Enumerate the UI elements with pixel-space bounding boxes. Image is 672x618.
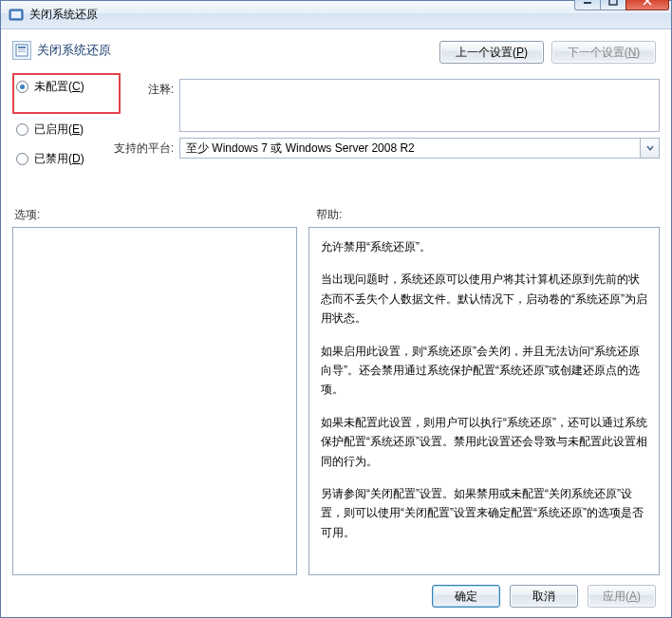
help-text: 如果未配置此设置，则用户可以执行“系统还原”，还可以通过系统保护配置“系统还原”…	[321, 413, 647, 471]
chevron-down-icon	[645, 143, 655, 153]
next-setting-button[interactable]: 下一个设置(N)	[551, 41, 656, 64]
radio-enabled[interactable]: 已启用(E)	[16, 122, 113, 138]
minimize-button[interactable]	[574, 0, 601, 10]
policy-editor-window: 关闭系统还原 关闭系统还原 上一个设置(P) 下一个设置(N)	[0, 0, 672, 618]
svg-rect-5	[18, 47, 26, 48]
window-controls	[574, 0, 669, 10]
comment-label: 注释:	[113, 79, 174, 98]
radio-disabled[interactable]: 已禁用(D)	[16, 151, 113, 167]
highlight-box: 未配置(C)	[12, 73, 121, 114]
help-text: 如果启用此设置，则“系统还原”会关闭，并且无法访问“系统还原向导”。还会禁用通过…	[321, 342, 647, 400]
svg-rect-2	[584, 2, 591, 4]
maximize-button[interactable]	[600, 0, 626, 10]
app-icon	[9, 8, 24, 23]
content-area: 关闭系统还原 上一个设置(P) 下一个设置(N) 未配置(C) 已启用(E)	[1, 29, 671, 617]
radio-dot-icon	[16, 123, 28, 136]
titlebar: 关闭系统还原	[1, 1, 671, 29]
platform-field-wrap: 至少 Windows 7 或 Windows Server 2008 R2	[179, 138, 660, 159]
help-label: 帮助:	[316, 207, 342, 223]
panels: 允许禁用“系统还原”。 当出现问题时，系统还原可以使用户将其计算机还原到先前的状…	[12, 227, 660, 575]
dialog-footer: 确定 取消 应用(A)	[12, 575, 660, 608]
platform-label: 支持的平台:	[113, 138, 174, 157]
comment-row: 注释:	[113, 79, 660, 132]
help-text: 另请参阅“关闭配置”设置。如果禁用或未配置“关闭系统还原”设置，则可以使用“关闭…	[321, 484, 647, 542]
help-text: 当出现问题时，系统还原可以使用户将其计算机还原到先前的状态而不丢失个人数据文件。…	[321, 270, 647, 328]
previous-setting-button[interactable]: 上一个设置(P)	[439, 41, 544, 64]
options-label: 选项:	[12, 207, 297, 223]
header-row: 关闭系统还原 上一个设置(P) 下一个设置(N)	[12, 41, 660, 64]
platform-row: 支持的平台: 至少 Windows 7 或 Windows Server 200…	[113, 138, 660, 159]
svg-rect-7	[18, 51, 26, 52]
header-left: 关闭系统还原	[12, 41, 111, 60]
apply-button[interactable]: 应用(A)	[588, 585, 656, 608]
cancel-button[interactable]: 取消	[510, 585, 578, 608]
policy-icon	[12, 41, 31, 60]
svg-rect-3	[609, 0, 617, 5]
section-labels: 选项: 帮助:	[12, 207, 660, 223]
nav-buttons: 上一个设置(P) 下一个设置(N)	[439, 41, 660, 64]
platform-expand-button[interactable]	[641, 138, 660, 159]
svg-rect-1	[11, 11, 21, 18]
ok-button[interactable]: 确定	[432, 585, 500, 608]
radio-dot-icon	[16, 153, 28, 165]
policy-title: 关闭系统还原	[37, 42, 111, 59]
window-title: 关闭系统还原	[29, 7, 574, 23]
radio-dot-icon	[16, 81, 28, 93]
fields-column: 注释: 支持的平台: 至少 Windows 7 或 Windows Server…	[113, 79, 660, 180]
radio-not-configured[interactable]: 未配置(C)	[16, 79, 113, 95]
platform-value: 至少 Windows 7 或 Windows Server 2008 R2	[179, 138, 641, 159]
state-radios: 未配置(C) 已启用(E) 已禁用(D)	[12, 79, 113, 180]
help-panel[interactable]: 允许禁用“系统还原”。 当出现问题时，系统还原可以使用户将其计算机还原到先前的状…	[308, 227, 660, 575]
config-row: 未配置(C) 已启用(E) 已禁用(D) 注释: 支持的平台	[12, 79, 660, 180]
help-text: 允许禁用“系统还原”。	[321, 237, 647, 256]
comment-textarea[interactable]	[179, 79, 660, 132]
options-panel[interactable]	[12, 227, 297, 575]
svg-rect-6	[18, 49, 26, 50]
close-button[interactable]	[625, 0, 669, 10]
